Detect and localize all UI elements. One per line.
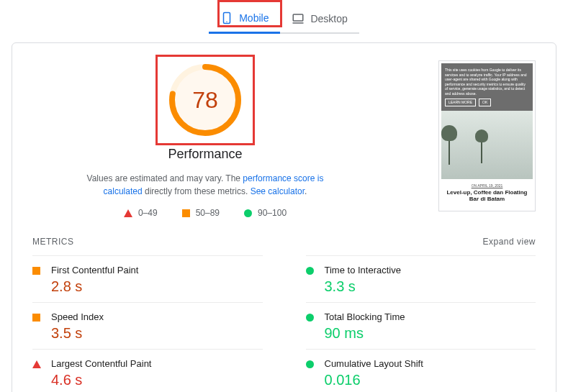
legend-average: 50–89 bbox=[182, 208, 220, 218]
circle-green-icon bbox=[306, 360, 314, 368]
desktop-icon bbox=[292, 12, 305, 25]
circle-green-icon bbox=[306, 267, 314, 275]
preview-image bbox=[441, 111, 533, 179]
mobile-icon bbox=[220, 12, 233, 24]
metric-value: 3.5 s bbox=[51, 325, 104, 342]
metric-name: First Contentful Paint bbox=[51, 265, 138, 275]
preview-ok: OK bbox=[479, 99, 491, 106]
metric-value: 0.016 bbox=[325, 372, 423, 388]
square-orange-icon bbox=[32, 314, 40, 322]
desc-text: directly from these metrics. bbox=[143, 186, 251, 196]
metric-cls: Cumulative Layout Shift0.016 bbox=[306, 349, 536, 392]
metric-name: Time to Interactive bbox=[325, 265, 401, 275]
legend-poor-label: 0–49 bbox=[138, 208, 158, 218]
preview-title: Level-up, Coffee dan Floating Bar di Bat… bbox=[444, 189, 530, 203]
score-legend: 0–49 50–89 90–100 bbox=[124, 208, 287, 218]
tab-desktop[interactable]: Desktop bbox=[280, 6, 359, 34]
metrics-heading: METRICS bbox=[32, 237, 74, 247]
desc-text: Values are estimated and may vary. The bbox=[87, 173, 243, 183]
score-value: 78 bbox=[166, 60, 245, 140]
metric-value: 90 ms bbox=[325, 325, 405, 342]
desc-text: . bbox=[305, 186, 307, 196]
metric-value: 2.8 s bbox=[51, 278, 138, 295]
score-column: 78 Performance Values are estimated and … bbox=[54, 60, 356, 218]
page-preview: This site uses cookies from Google to de… bbox=[438, 60, 536, 211]
legend-good: 90–100 bbox=[244, 208, 287, 218]
metrics-grid: First Contentful Paint2.8 s Time to Inte… bbox=[32, 255, 536, 392]
square-orange-icon bbox=[32, 267, 40, 275]
tab-mobile[interactable]: Mobile bbox=[209, 6, 280, 34]
metric-value: 3.3 s bbox=[325, 278, 401, 295]
tab-desktop-label: Desktop bbox=[310, 13, 347, 24]
legend-avg-label: 50–89 bbox=[196, 208, 220, 218]
svg-rect-2 bbox=[294, 14, 304, 21]
legend-good-label: 90–100 bbox=[258, 208, 287, 218]
metric-tti: Time to Interactive3.3 s bbox=[306, 255, 536, 302]
metric-name: Total Blocking Time bbox=[325, 311, 405, 322]
circle-green-icon bbox=[244, 209, 252, 217]
triangle-red-icon bbox=[32, 360, 41, 368]
preview-banner-text: This site uses cookies from Google to de… bbox=[445, 68, 529, 96]
metric-name: Largest Contentful Paint bbox=[51, 358, 151, 369]
tab-mobile-label: Mobile bbox=[239, 12, 269, 24]
metric-tbt: Total Blocking Time90 ms bbox=[306, 302, 536, 349]
metric-name: Speed Index bbox=[51, 311, 104, 322]
score-description: Values are estimated and may vary. The p… bbox=[68, 172, 342, 198]
score-label: Performance bbox=[168, 147, 242, 162]
device-tabs: Mobile Desktop bbox=[0, 0, 568, 34]
preview-cookie-banner: This site uses cookies from Google to de… bbox=[441, 63, 533, 111]
score-gauge: 78 bbox=[166, 60, 245, 140]
metric-value: 4.6 s bbox=[51, 372, 151, 388]
triangle-red-icon bbox=[124, 209, 132, 217]
metric-fcp: First Contentful Paint2.8 s bbox=[32, 255, 263, 302]
circle-green-icon bbox=[306, 314, 314, 322]
metric-si: Speed Index3.5 s bbox=[32, 302, 263, 349]
svg-point-1 bbox=[226, 22, 227, 23]
link-see-calculator[interactable]: See calculator bbox=[251, 186, 305, 196]
metric-name: Cumulative Layout Shift bbox=[325, 358, 423, 369]
preview-learn-more: LEARN MORE bbox=[445, 99, 476, 106]
preview-date: ON APRIL 19, 2021 bbox=[444, 183, 530, 188]
legend-poor: 0–49 bbox=[124, 208, 158, 218]
metric-lcp: Largest Contentful Paint4.6 s bbox=[32, 349, 263, 392]
square-orange-icon bbox=[182, 209, 190, 217]
expand-view-toggle[interactable]: Expand view bbox=[482, 237, 536, 247]
report-card: 78 Performance Values are estimated and … bbox=[12, 42, 556, 392]
